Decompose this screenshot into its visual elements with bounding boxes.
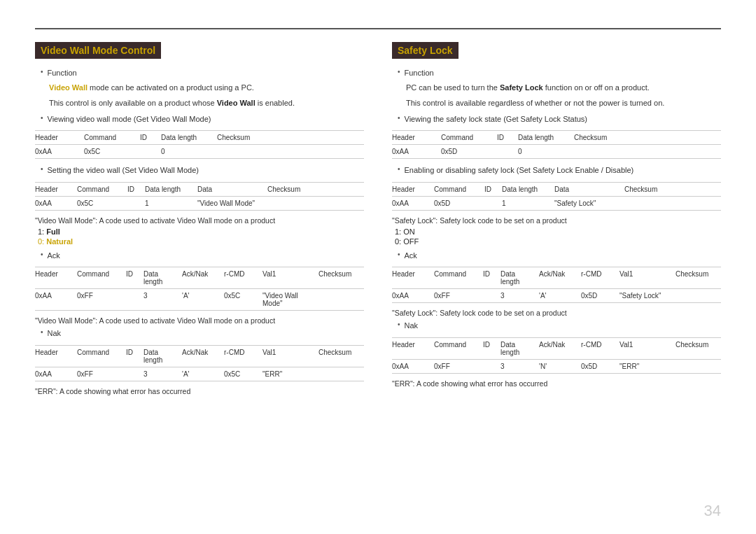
left-ack-h4: Data length xyxy=(144,270,182,286)
right-get-table: Header Command ID Data length Checksum 0… xyxy=(392,130,721,159)
left-nak-d2: 0xFF xyxy=(77,370,126,378)
right-ack-h3: ID xyxy=(483,270,500,286)
left-set-d6 xyxy=(267,199,364,207)
left-function-bullet: • Function xyxy=(41,67,364,79)
right-nak-header-row: Header Command ID Data length Ack/Nak r-… xyxy=(392,338,721,360)
left-nak-h8: Checksum xyxy=(318,349,364,364)
left-code2: 0: Natural xyxy=(38,237,364,246)
right-get-h3: ID xyxy=(497,134,518,141)
right-nak-h7: Val1 xyxy=(620,341,676,356)
left-get-h5: Checksum xyxy=(217,134,364,141)
right-set-h6: Checksum xyxy=(624,185,721,193)
right-ack-h8: Checksum xyxy=(676,270,721,286)
right-set-header-row: Header Command ID Data length Data Check… xyxy=(392,183,721,197)
left-get-h4: Data length xyxy=(161,134,217,141)
left-ack-label: Ack xyxy=(48,250,60,262)
right-ack-d5: 'A' xyxy=(539,292,581,300)
right-set-bullet: • Enabling or disabling safety lock (Set… xyxy=(398,164,721,176)
right-function-line1: PC can be used to turn the Safety Lock f… xyxy=(406,82,721,94)
rbullet-dot4: • xyxy=(398,251,400,258)
right-ack-d4: 3 xyxy=(500,292,539,300)
right-ack-d2: 0xFF xyxy=(434,292,483,300)
bullet-dot2: • xyxy=(41,114,43,122)
right-get-data-row: 0xAA 0x5D 0 xyxy=(392,145,721,159)
right-nak-d6: 0x5D xyxy=(581,363,620,370)
right-ack-h4: Data length xyxy=(500,270,539,286)
right-err-note: "ERR": A code showing what error has occ… xyxy=(392,379,721,388)
left-nak-d1: 0xAA xyxy=(35,370,77,378)
right-nak-h5: Ack/Nak xyxy=(539,341,581,356)
left-vwm-note1: "Video Wall Mode": A code used to activa… xyxy=(35,216,364,225)
bullet-dot5: • xyxy=(41,328,43,336)
right-set-h2: Command xyxy=(434,185,484,193)
left-set-h1: Header xyxy=(35,185,77,193)
left-ack-bullet: • Ack xyxy=(41,250,364,262)
left-set-data-row: 0xAA 0x5C 1 "Video Wall Mode" xyxy=(35,197,364,211)
right-ack-d6: 0x5D xyxy=(581,292,620,300)
left-get-bullet: • Viewing video wall mode (Get Video Wal… xyxy=(41,113,364,125)
right-set-h4: Data length xyxy=(502,185,554,193)
left-set-d5: "Video Wall Mode" xyxy=(197,199,267,207)
left-ack-h7: Val1 xyxy=(262,270,318,286)
left-get-label: Viewing video wall mode (Get Video Wall … xyxy=(48,113,211,125)
left-nak-h5: Ack/Nak xyxy=(182,349,224,364)
left-ack-h5: Ack/Nak xyxy=(182,270,224,286)
left-nak-header-row: Header Command ID Data length Ack/Nak r-… xyxy=(35,346,364,367)
left-nak-h1: Header xyxy=(35,349,77,364)
right-get-d3 xyxy=(497,148,518,155)
right-function-line2: This control is available regardless of … xyxy=(406,97,721,109)
left-get-d5 xyxy=(217,148,364,155)
left-ack-d2: 0xFF xyxy=(77,292,126,307)
right-code2: 0: OFF xyxy=(395,237,721,246)
right-get-d1: 0xAA xyxy=(392,148,441,155)
rbullet-dot2: • xyxy=(398,114,400,122)
left-get-d4: 0 xyxy=(161,148,217,155)
left-nak-bullet: • Nak xyxy=(41,328,364,339)
right-nak-h8: Checksum xyxy=(676,341,721,356)
left-nak-table: Header Command ID Data length Ack/Nak r-… xyxy=(35,345,364,381)
right-set-label: Enabling or disabling safety lock (Set S… xyxy=(405,164,634,176)
right-ack-d1: 0xAA xyxy=(392,292,434,300)
left-ack-d3 xyxy=(126,292,144,307)
left-get-d2: 0x5C xyxy=(84,148,140,155)
left-section-title: Video Wall Mode Control xyxy=(35,42,161,59)
video-wall-bold2: Video Wall xyxy=(217,99,255,107)
right-nak-h4: Data length xyxy=(500,341,539,356)
left-set-d1: 0xAA xyxy=(35,199,77,207)
left-nak-h6: r-CMD xyxy=(224,349,262,364)
left-ack-d1: 0xAA xyxy=(35,292,77,307)
left-err-note: "ERR": A code showing what error has occ… xyxy=(35,387,364,395)
rbullet-dot5: • xyxy=(398,321,400,328)
page: Video Wall Mode Control • Function Video… xyxy=(0,0,756,534)
right-get-h1: Header xyxy=(392,134,441,141)
right-set-table: Header Command ID Data length Data Check… xyxy=(392,182,721,211)
left-set-d4: 1 xyxy=(145,199,197,207)
right-sl-note1: "Safety Lock": Safety lock code to be se… xyxy=(392,216,721,225)
right-ack-h7: Val1 xyxy=(620,270,676,286)
right-get-header-row: Header Command ID Data length Checksum xyxy=(392,131,721,145)
left-set-table: Header Command ID Data length Data Check… xyxy=(35,182,364,211)
left-get-h3: ID xyxy=(140,134,161,141)
right-column: Safety Lock • Function PC can be used to… xyxy=(392,42,721,513)
right-ack-h5: Ack/Nak xyxy=(539,270,581,286)
left-code1: 1: Full xyxy=(38,227,364,236)
left-function-line1: Video Wall mode can be activated on a pr… xyxy=(49,82,364,94)
right-nak-h2: Command xyxy=(434,341,483,356)
left-set-d2: 0x5C xyxy=(77,199,127,207)
left-column: Video Wall Mode Control • Function Video… xyxy=(35,42,364,513)
left-nak-h7: Val1 xyxy=(262,349,318,364)
right-nak-label: Nak xyxy=(405,320,419,332)
left-nak-d8 xyxy=(318,370,364,378)
bullet-dot3: • xyxy=(41,165,43,173)
left-nak-h4: Data length xyxy=(144,349,182,364)
left-set-h3: ID xyxy=(127,185,145,193)
left-ack-data-row: 0xAA 0xFF 3 'A' 0x5C "Video Wall Mode" xyxy=(35,289,364,311)
right-ack-h2: Command xyxy=(434,270,483,286)
right-nak-d8 xyxy=(676,363,721,370)
left-ack-d6: 0x5C xyxy=(224,292,262,307)
right-get-d2: 0x5D xyxy=(441,148,497,155)
left-code2-val: Natural xyxy=(46,237,73,246)
left-get-d3 xyxy=(140,148,161,155)
left-nak-label: Nak xyxy=(48,328,62,339)
right-set-d1: 0xAA xyxy=(392,199,434,207)
